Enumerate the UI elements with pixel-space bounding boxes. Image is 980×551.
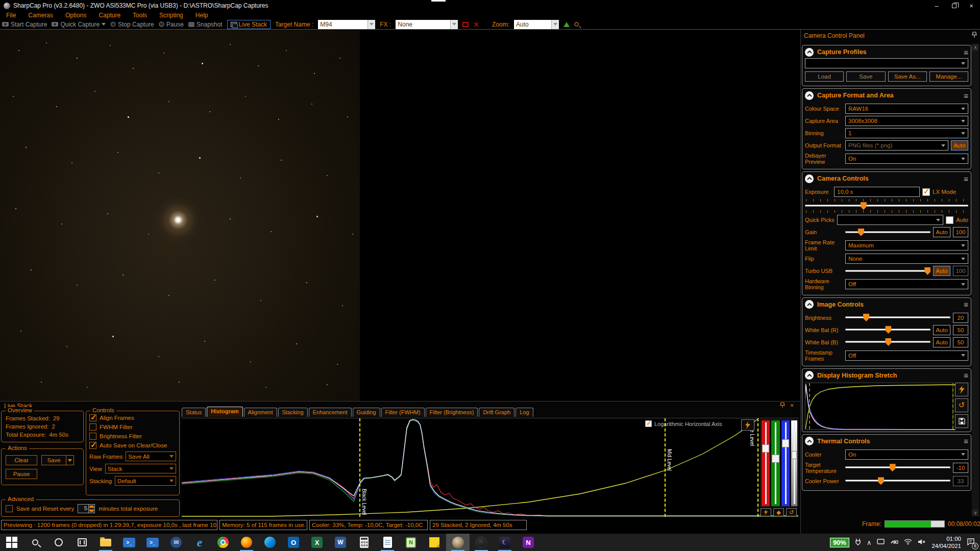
tab-guiding[interactable]: Guiding [353,408,380,417]
pin-icon[interactable] [780,402,785,410]
white-bal-b-slider-thumb[interactable] [885,338,891,346]
debayer-combo[interactable]: On [845,154,968,164]
exposure-slider[interactable] [805,202,968,210]
minimize-button[interactable]: – [928,1,945,11]
taskbar-chrome-icon[interactable] [211,534,235,551]
blue-level-bar[interactable] [781,420,790,506]
target-temperature-slider-thumb[interactable] [890,464,896,471]
taskbar-ie-icon[interactable]: e [188,534,211,551]
stop-capture-button[interactable]: Stop Capture [110,21,154,28]
zoom-combo[interactable]: Auto [514,20,559,29]
blue-level-handle[interactable] [782,439,789,447]
stretch-reset-button[interactable]: ↺ [786,508,797,516]
scroll-down-button[interactable]: ∨ [972,509,979,516]
turbo-usb-auto-button[interactable]: Auto [933,266,950,276]
clear-selection-icon[interactable]: ✕ [473,20,479,29]
auto-stretch-button[interactable] [955,383,968,396]
clear-button[interactable]: Clear [6,455,37,465]
taskbar-search-icon[interactable] [23,534,47,551]
restore-button[interactable] [945,1,963,11]
tab-filter-brightness-[interactable]: Filter (Brightness) [426,408,478,417]
start-capture-button[interactable]: Start Capture [2,21,47,28]
cooler-power-slider-thumb[interactable] [878,477,884,485]
taskbar-outlook-icon[interactable]: O [282,534,305,551]
save-as-profile-button[interactable]: Save As... [888,71,927,82]
brightness-slider[interactable] [845,313,950,322]
reset-stretch-button[interactable]: ↺ [955,398,968,412]
output-format-combo[interactable]: PNG files (*.png) [845,140,948,151]
save-reset-checkbox[interactable] [6,505,13,512]
menu-scripting[interactable]: Scripting [159,12,183,19]
capture-area-combo[interactable]: 3008x3008 [845,116,968,126]
tab-filter-fwhm-[interactable]: Filter (FWHM) [381,408,425,417]
fx-combo[interactable]: None [396,20,458,29]
auto-stretch-button[interactable] [741,419,754,431]
turbo-usb-value[interactable]: 100 [953,266,968,276]
taskbar-onenote-icon[interactable]: N [517,534,540,551]
cooler-power-slider[interactable] [845,477,950,485]
timestamp-frames-combo[interactable]: Off [845,350,968,361]
white-bal-r-slider[interactable] [845,325,930,334]
turbo-usb-slider-thumb[interactable] [924,267,930,275]
cooler-power-value[interactable]: 33 [953,476,968,486]
live-stack-button[interactable]: Live Stack [227,20,271,29]
snapshot-button[interactable]: Snapshot [188,21,223,28]
collapse-icon[interactable] [805,371,814,380]
white-bal-r-auto-button[interactable]: Auto [933,325,950,335]
tab-drift-graph[interactable]: Drift Graph [479,408,514,417]
section-menu-icon[interactable]: ≡ [964,91,968,100]
taskbar-notepadpp-icon[interactable]: N [399,534,423,551]
white-level-line[interactable] [757,418,758,517]
selection-area-icon[interactable] [462,22,469,27]
taskbar-mail-icon[interactable]: ✉ [164,534,188,551]
notification-icon[interactable]: 8 [967,538,975,547]
white-bal-r-slider-thumb[interactable] [885,326,891,334]
collapse-icon[interactable] [805,91,814,100]
taskbar-excel-icon[interactable]: X [305,534,329,551]
turbo-usb-slider[interactable] [845,267,930,276]
view-combo[interactable]: Stack [105,464,176,473]
tablet-mode-icon[interactable] [877,538,885,546]
output-format-auto-button[interactable]: Auto [951,140,968,151]
log-axis-checkbox[interactable] [645,420,652,427]
profile-combo[interactable] [805,58,968,68]
gain-slider-thumb[interactable] [858,229,864,236]
green-level-handle[interactable] [772,455,779,463]
white-bal-r-value[interactable]: 50 [953,325,968,335]
tab-log[interactable]: Log [516,408,533,417]
pen-battery-icon[interactable] [890,539,898,546]
taskbar-stellarium-icon[interactable]: ☾ [493,534,517,551]
gain-auto-button[interactable]: Auto [933,227,950,237]
menu-capture[interactable]: Capture [99,12,120,19]
red-level-bar[interactable] [762,420,770,506]
close-icon[interactable]: × [790,402,794,409]
load-profile-button[interactable]: Load [805,71,844,82]
taskbar-calculator-icon[interactable] [352,534,376,551]
taskbar-firefox-icon[interactable] [235,534,258,551]
pause-button[interactable]: Pause [159,21,184,28]
tab-alignment[interactable]: Alignment [244,408,277,417]
lx-mode-checkbox[interactable] [922,188,930,196]
section-menu-icon[interactable]: ≡ [964,174,968,183]
taskbar-powershell2-icon[interactable]: >_ [141,534,164,551]
exposure-slider-thumb[interactable] [861,202,867,210]
pause-stack-button[interactable]: Pause [6,469,37,479]
manage-profiles-button[interactable]: Manage... [929,71,968,82]
minutes-spinner[interactable]: 5 [78,504,95,513]
align-frames-checkbox[interactable] [89,414,96,421]
tab-enhancement[interactable]: Enhancement [309,408,352,417]
gain-slider[interactable] [845,228,930,237]
fwhm-filter-checkbox[interactable] [89,423,96,431]
all-level-handle[interactable] [792,451,797,459]
menu-file[interactable]: File [6,12,16,19]
flip-combo[interactable]: None [845,254,968,264]
taskbar-explorer-icon[interactable] [94,534,117,551]
scroll-up-button[interactable]: ∧ [972,44,979,51]
binning-combo[interactable]: 1 [845,128,968,138]
hardware-binning-combo[interactable]: Off [845,279,968,289]
target-temperature-value[interactable]: -10 [953,463,968,473]
pin-icon[interactable] [972,32,977,40]
taskbar-phd2-icon[interactable] [470,534,493,551]
chevron-down-icon[interactable] [368,20,375,29]
chevron-down-icon[interactable] [450,20,458,29]
